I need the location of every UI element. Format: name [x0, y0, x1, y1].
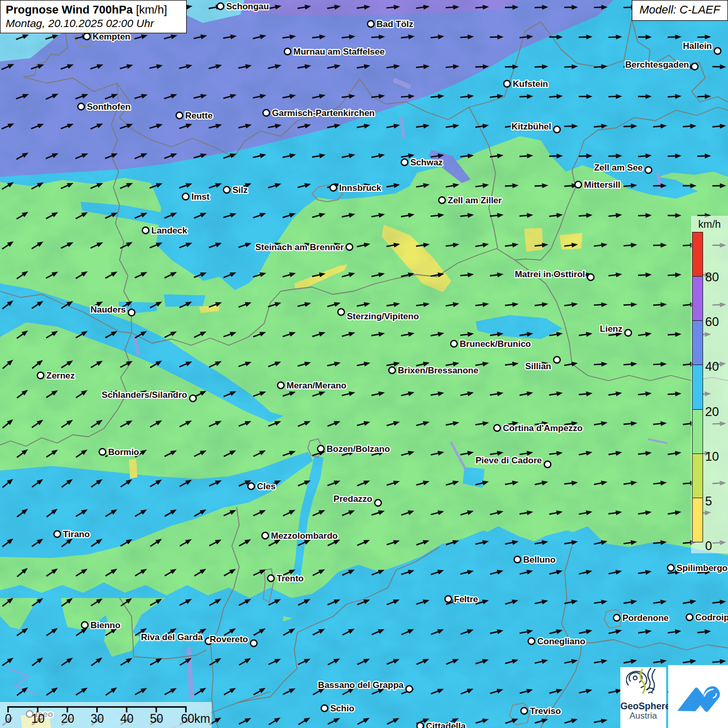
legend-value-5: 5	[705, 494, 712, 509]
city-meran-merano: Meran/Merano	[278, 381, 347, 391]
city-label: Imst	[191, 192, 210, 202]
city-marker	[84, 33, 90, 40]
legend-panel: km/h 806040201050	[691, 216, 728, 553]
city-silz: Silz	[224, 185, 248, 195]
city-label: Codroipo	[695, 613, 728, 622]
city-marker	[588, 274, 594, 281]
city-marker	[375, 500, 382, 506]
map-title-unit: [km/h]	[133, 3, 167, 16]
city-zell-am-ziller: Zell am Ziller	[439, 196, 502, 205]
legend-title: km/h	[691, 218, 728, 230]
city-murnau-am-staffelsee: Murnau am Staffelsee	[284, 47, 385, 57]
scalebar-label-50: 50	[150, 712, 163, 726]
city-label: Sillian	[525, 361, 551, 371]
geosphere-logo-icon	[626, 667, 660, 698]
city-label: Schlanders/Silandro	[102, 390, 187, 400]
city-label: Murnau am Staffelsee	[293, 47, 385, 57]
city-label: Riva del Garda	[141, 632, 203, 642]
city-label: Treviso	[530, 706, 561, 716]
city-label: Trento	[277, 574, 304, 583]
city-spilimbergo: Spilimbergo	[668, 563, 728, 573]
city-marker	[263, 110, 270, 116]
city-marker	[368, 21, 374, 28]
city-label: Zell am See	[594, 163, 643, 173]
city-marker	[692, 63, 698, 70]
city-label: Hallein	[683, 41, 712, 51]
city-marker	[445, 596, 452, 603]
scalebar-label-60km: 60km	[181, 712, 210, 726]
scalebar-label-30: 30	[90, 712, 104, 726]
city-bruneck-brunico: Bruneck/Brunico	[451, 339, 531, 349]
city-marker	[451, 341, 458, 347]
city-marker	[417, 723, 424, 728]
city-label: Garmisch-Partenkirchen	[272, 108, 374, 118]
city-label: Mittersill	[584, 180, 620, 190]
city-label: Bormio	[108, 447, 139, 457]
city-marker	[217, 3, 224, 10]
legend-block-5	[692, 453, 703, 498]
wind-forecast-map: SchongauBad TölzKemptenMurnau am Staffel…	[0, 0, 728, 728]
city-marker	[82, 622, 88, 629]
city-marker	[346, 244, 353, 251]
city-marker	[190, 395, 197, 402]
lake-achensee	[401, 119, 404, 136]
city-marker	[439, 197, 446, 204]
geosphere-logo-country: Austria	[620, 711, 666, 721]
scalebar-label-0: 0	[5, 712, 12, 726]
map-valid-time: Montag, 20.10.2025 02:00 Uhr	[6, 17, 181, 30]
city-marker	[183, 193, 189, 200]
legend-value-40: 40	[705, 359, 719, 374]
city-marker	[338, 309, 345, 316]
model-box: Modell: C-LAEF	[632, 0, 728, 21]
city-label: Steinach am Brenner	[255, 242, 344, 252]
city-imst: Imst	[183, 192, 210, 202]
city-marker	[686, 614, 693, 621]
city-label: Bad Tölz	[376, 19, 413, 29]
city-marker	[142, 227, 149, 234]
legend-block-0	[692, 498, 703, 542]
partner-logo-box	[668, 665, 728, 728]
city-conegliano: Conegliano	[528, 636, 586, 646]
city-marker	[614, 615, 620, 621]
legend-value-10: 10	[705, 449, 719, 464]
scalebar-label-20: 20	[61, 712, 74, 726]
city-garmisch-partenkirchen: Garmisch-Partenkirchen	[263, 108, 375, 118]
city-label: Lienz	[600, 324, 622, 334]
city-label: Tirano	[63, 529, 90, 539]
city-label: Matrei in Osttirol	[515, 269, 585, 279]
city-label: Conegliano	[537, 636, 586, 646]
legend-block-40	[692, 320, 703, 365]
city-marker	[284, 48, 291, 55]
city-marker	[494, 425, 501, 432]
city-marker	[128, 309, 135, 316]
city-label: Sonthofen	[87, 102, 131, 112]
scalebar-label-40: 40	[120, 712, 134, 726]
city-label: Schongau	[226, 2, 269, 11]
city-marker	[504, 81, 511, 87]
city-mezzolombardo: Mezzolombardo	[262, 531, 338, 541]
city-marker	[528, 638, 535, 645]
city-label: Schio	[330, 704, 354, 713]
city-label: Bozen/Bolzano	[327, 444, 390, 454]
city-marker	[554, 357, 561, 363]
map-title: Prognose Wind 700hPa [km/h]	[6, 3, 181, 17]
weather-map-screenshot: SchongauBad TölzKemptenMurnau am Staffel…	[0, 0, 728, 728]
city-label: Cortina d'Ampezzo	[503, 423, 582, 433]
legend-value-0: 0	[705, 539, 712, 553]
city-label: Kitzbühel	[512, 122, 552, 132]
city-marker	[224, 187, 230, 193]
city-label: Meran/Merano	[287, 381, 346, 391]
city-marker	[99, 449, 106, 456]
city-marker	[251, 640, 257, 647]
city-steinach-am-brenner: Steinach am Brenner	[255, 242, 353, 252]
city-cortina-d-ampezzo: Cortina d'Ampezzo	[494, 423, 583, 433]
city-marker	[389, 367, 396, 374]
city-label: Bassano del Grappa	[318, 680, 404, 690]
legend-value-20: 20	[705, 405, 719, 419]
city-marker	[330, 185, 337, 191]
city-label: Reutte	[185, 111, 213, 121]
city-marker	[406, 686, 413, 693]
city-marker	[714, 48, 721, 55]
city-marker	[318, 446, 324, 452]
title-box: Prognose Wind 700hPa [km/h] Montag, 20.1…	[0, 0, 187, 33]
